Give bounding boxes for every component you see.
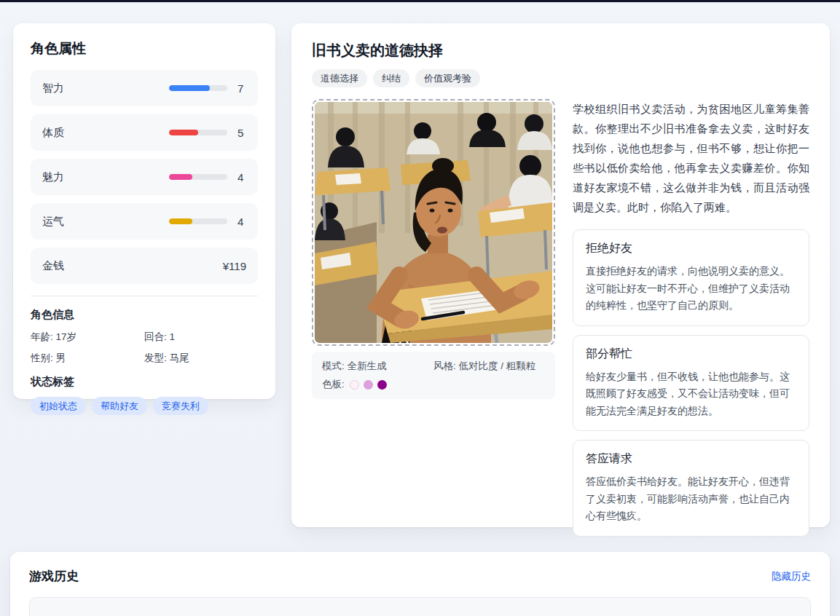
money-label: 金钱 bbox=[42, 259, 64, 273]
money-value: ¥119 bbox=[223, 260, 246, 272]
stat-bar-track bbox=[169, 85, 227, 91]
choice-description: 直接拒绝好友的请求，向他说明义卖的意义。这可能让好友一时不开心，但维护了义卖活动… bbox=[586, 263, 796, 315]
stat-row-constitution: 体质 5 bbox=[31, 114, 258, 151]
status-tags-row: 初始状态 帮助好友 竞赛失利 bbox=[31, 397, 258, 415]
stat-value: 4 bbox=[238, 171, 246, 183]
scene-panel: 旧书义卖的道德抉择 道德选择 纠结 价值观考验 bbox=[291, 23, 830, 527]
choice-title: 答应请求 bbox=[586, 451, 796, 467]
character-attributes-panel: 角色属性 智力 7 体质 5 魅力 4 运气 4 金钱 ¥119 角色信息 年龄… bbox=[13, 23, 275, 399]
stat-bar-fill bbox=[169, 130, 198, 135]
palette-dots bbox=[350, 380, 387, 390]
status-badge: 初始状态 bbox=[31, 397, 86, 415]
stat-row-charm: 魅力 4 bbox=[31, 159, 258, 195]
image-style: 风格: 低对比度 / 粗颗粒 bbox=[433, 360, 535, 373]
palette-color-swatch bbox=[364, 380, 373, 390]
stat-row-luck: 运气 4 bbox=[31, 203, 258, 240]
stat-value: 4 bbox=[238, 216, 246, 228]
stat-bar-track bbox=[169, 130, 227, 135]
stat-row-intelligence: 智力 7 bbox=[31, 70, 258, 106]
stat-bar-fill bbox=[169, 174, 192, 180]
choice-card-refuse[interactable]: 拒绝好友 直接拒绝好友的请求，向他说明义卖的意义。这可能让好友一时不开心，但维护… bbox=[573, 229, 809, 326]
info-gender: 性别: 男 bbox=[31, 352, 144, 365]
palette-color-swatch bbox=[350, 380, 359, 390]
game-history-panel: 游戏历史 隐藏历史 bbox=[10, 552, 830, 616]
image-meta-box: 模式: 全新生成 风格: 低对比度 / 粗颗粒 色板: bbox=[312, 352, 555, 399]
top-divider-line bbox=[0, 0, 840, 2]
section-divider bbox=[31, 296, 258, 296]
choice-description: 给好友少量书，但不收钱，让他也能参与。这既照顾了好友感受，又不会让活动变味，但可… bbox=[586, 368, 796, 420]
image-mode: 模式: 全新生成 bbox=[322, 360, 433, 373]
info-age: 年龄: 17岁 bbox=[31, 331, 144, 344]
history-title: 游戏历史 bbox=[29, 568, 79, 585]
stat-label: 智力 bbox=[42, 82, 64, 95]
status-badge: 帮助好友 bbox=[92, 397, 147, 415]
choice-title: 拒绝好友 bbox=[586, 241, 796, 256]
palette-label: 色板: bbox=[322, 378, 345, 391]
stat-row-money: 金钱 ¥119 bbox=[31, 248, 258, 284]
stat-label: 运气 bbox=[42, 215, 64, 229]
status-tags-title: 状态标签 bbox=[31, 375, 258, 389]
choice-description: 答应低价卖书给好友。能让好友开心，但违背了义卖初衷，可能影响活动声誉，也让自己内… bbox=[586, 473, 796, 525]
scene-tags-row: 道德选择 纠结 价值观考验 bbox=[312, 69, 809, 87]
info-round: 回合: 1 bbox=[144, 331, 258, 344]
character-info-grid: 年龄: 17岁 回合: 1 性别: 男 发型: 马尾 bbox=[31, 331, 258, 365]
choice-card-agree[interactable]: 答应请求 答应低价卖书给好友。能让好友开心，但违背了义卖初衷，可能影响活动声誉，… bbox=[573, 440, 809, 537]
stat-value: 7 bbox=[238, 82, 246, 95]
history-list-container bbox=[29, 597, 811, 616]
scene-title: 旧书义卖的道德抉择 bbox=[312, 41, 809, 60]
hide-history-link[interactable]: 隐藏历史 bbox=[772, 570, 811, 583]
attributes-panel-title: 角色属性 bbox=[31, 39, 258, 58]
stat-bar-track bbox=[169, 174, 227, 180]
character-info-title: 角色信息 bbox=[31, 308, 258, 322]
status-badge: 竞赛失利 bbox=[153, 397, 208, 415]
stat-bar-fill bbox=[169, 85, 210, 91]
choice-title: 部分帮忙 bbox=[586, 347, 796, 362]
classroom-illustration bbox=[315, 102, 552, 343]
info-hairstyle: 发型: 马尾 bbox=[144, 352, 258, 365]
stat-bar-track bbox=[169, 218, 227, 224]
scene-tag: 价值观考验 bbox=[415, 69, 480, 87]
choice-card-partial-help[interactable]: 部分帮忙 给好友少量书，但不收钱，让他也能参与。这既照顾了好友感受，又不会让活动… bbox=[573, 335, 809, 432]
scene-tag: 纠结 bbox=[373, 69, 409, 87]
story-text: 学校组织旧书义卖活动，为贫困地区儿童筹集善款。你整理出不少旧书准备拿去义卖，这时… bbox=[573, 99, 809, 217]
scene-tag: 道德选择 bbox=[312, 69, 367, 87]
stat-label: 体质 bbox=[42, 126, 64, 140]
stat-bar-fill bbox=[169, 218, 192, 224]
palette-color-swatch bbox=[377, 380, 387, 390]
scene-image bbox=[312, 99, 555, 346]
stat-value: 5 bbox=[238, 127, 246, 139]
stat-label: 魅力 bbox=[42, 170, 64, 184]
